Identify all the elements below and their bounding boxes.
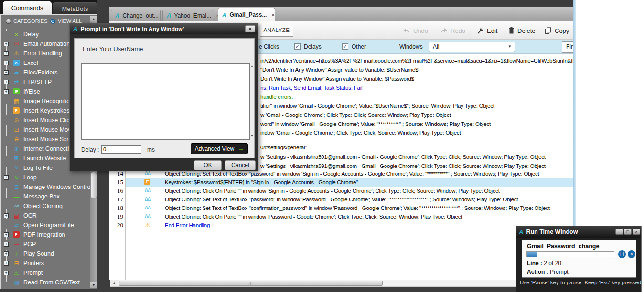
task-row-15[interactable]: 15FKeystrokes: $Password$[ENTER] in "Sig… [109, 178, 573, 187]
runtime-status-panel: Gmail_Password_change ❘❘ × Line : 2 of 2… [522, 240, 636, 278]
task-line-fragment[interactable]: ns: Run Task, Send Email, Task Status: F… [260, 85, 362, 93]
stop-button[interactable]: × [628, 250, 635, 258]
task-row-19[interactable]: 19ΔΔObject Cloning: Click On Pane "" in … [109, 212, 573, 221]
ok-button[interactable]: OK [194, 160, 222, 170]
sidebar-item-ocr[interactable]: +▤OCR [1, 211, 97, 220]
categories-label: CATEGORIES [13, 18, 47, 24]
copy-button[interactable]: Copy [545, 25, 569, 36]
delay-input[interactable] [101, 145, 141, 154]
document-tab-2[interactable]: AYahoo_Emai...× [162, 10, 213, 21]
sidebar-item-loop[interactable]: +↻Loop [1, 173, 97, 182]
mouse-scroll-icon: ⊖ [12, 135, 21, 144]
task-line-fragment[interactable]: tifier" in window 'Gmail - Google Chrome… [260, 103, 494, 111]
expand-plus-icon[interactable]: + [4, 232, 9, 237]
edit-button[interactable]: Edit [477, 25, 497, 36]
other-checkbox[interactable]: ✓ [342, 43, 348, 50]
sidebar-item-label: OCR [23, 212, 37, 219]
automation-anywhere-logo-icon: A [73, 25, 77, 32]
sidebar-item-pgp[interactable]: +⊸PGP [1, 240, 97, 249]
redo-label: Redo [451, 27, 465, 34]
scrollbar-thumb[interactable] [90, 172, 97, 198]
expand-plus-icon[interactable]: + [4, 80, 9, 84]
delete-label: Delete [517, 27, 536, 34]
task-row-18[interactable]: 18ΔΔObject Cloning: Set Text of TextBox … [109, 204, 573, 212]
sidebar-item-play-sound[interactable]: +♪Play Sound [1, 249, 97, 259]
expand-plus-icon[interactable]: + [4, 89, 9, 94]
redo-icon [440, 28, 448, 34]
expand-plus-icon[interactable]: + [4, 70, 9, 75]
launch-website-icon: ⊞ [12, 154, 21, 163]
sidebar-item-label: Delay [23, 31, 39, 38]
categories-radio[interactable]: CATEGORIES [6, 18, 47, 24]
expand-plus-icon[interactable]: + [4, 61, 9, 65]
sidebar-item-label: Play Sound [23, 250, 54, 257]
task-line-fragment[interactable]: handle errors. [260, 94, 293, 102]
task-line-fragment[interactable]: w 'Gmail - Google Chrome'; Click Type: C… [260, 112, 451, 120]
task-line-fragment[interactable]: in/v2/identifier?continue=https%3A%2F%2F… [260, 58, 573, 65]
sidebar-item-pdf-integration[interactable]: +PPDF Integration [1, 230, 97, 240]
undo-label: Undo [413, 27, 428, 34]
expand-plus-icon[interactable]: + [4, 261, 9, 266]
minimize-icon[interactable]: – [615, 229, 623, 235]
error-handling-icon: ⚠ [143, 221, 152, 229]
task-row-17[interactable]: 17ΔΔObject Cloning: Set Text of TextBox … [109, 195, 573, 204]
expand-plus-icon[interactable]: + [4, 42, 9, 46]
task-line-fragment[interactable]: Don't Write In Any Window" Assign value … [260, 76, 414, 83]
scroll-up-icon[interactable]: ▲ [250, 64, 255, 68]
sidebar-item-open-program-file[interactable]: ▱Open Program/File [1, 220, 97, 230]
dialog-close-icon[interactable]: × [245, 25, 255, 32]
sidebar-item-read-from-csv-text[interactable]: ▦Read From CSV/Text [1, 278, 97, 287]
expand-plus-icon[interactable]: + [4, 271, 9, 275]
cancel-button[interactable]: Cancel [225, 160, 256, 170]
delays-checkbox[interactable]: ✓ [294, 43, 301, 50]
task-line-fragment[interactable]: indow 'Gmail - Google Chrome'; Click Typ… [260, 130, 461, 137]
sidebar-item-label: Prompt [23, 270, 43, 276]
sidebar-item-message-box[interactable]: ▬Message Box [1, 192, 97, 201]
close-icon[interactable]: × [633, 229, 640, 235]
task-row-20[interactable]: 20⚠End Error Handling [109, 221, 573, 229]
scroll-down-icon[interactable]: ▼ [90, 282, 97, 289]
hscrollbar-thumb[interactable]: ||| [119, 281, 383, 286]
expand-plus-icon[interactable]: + [4, 251, 9, 256]
delete-button[interactable]: Delete [508, 25, 536, 36]
document-tab-3[interactable]: AGmail_Pass...× [218, 8, 275, 21]
scroll-up-icon[interactable]: ▲ [90, 15, 97, 22]
redo-button[interactable]: Redo [440, 25, 465, 36]
expand-plus-icon[interactable]: + [4, 242, 9, 247]
sidebar-item-prompt[interactable]: +⚠Prompt [1, 268, 97, 278]
sidebar-item-label: Error Handling [23, 50, 62, 57]
pause-button[interactable]: ❘❘ [618, 250, 626, 258]
task-line-fragment[interactable]: 0/#settings/general" [260, 145, 307, 152]
task-line-fragment[interactable]: w 'Settings - vikasmishra591@gmail.com -… [260, 154, 546, 162]
analyze-button[interactable]: ANALYZE [260, 24, 293, 37]
sidebar-item-label: Printers [23, 260, 44, 267]
username-input[interactable] [81, 63, 250, 140]
task-row-16[interactable]: 16ΔΔObject Cloning: Click On Pane "" in … [109, 187, 573, 195]
sidebar-item-manage-windows-controls[interactable]: ≣Manage Windows Controls [1, 182, 97, 192]
task-line-text: Object Cloning: Set Text of TextBox "con… [165, 204, 550, 212]
undo-icon [403, 28, 410, 34]
windows-dropdown[interactable]: All ▼ [429, 42, 515, 52]
task-line-fragment[interactable]: "Don't Write In Any Window" Assign value… [260, 67, 418, 74]
expand-plus-icon[interactable]: + [4, 213, 9, 218]
horizontal-scrollbar[interactable]: ◄ ||| [110, 280, 571, 287]
undo-button[interactable]: Undo [403, 25, 428, 36]
mouse-clicks-label-fragment: e Clicks [259, 43, 279, 50]
line-number: 19 [111, 212, 123, 221]
expand-plus-icon[interactable]: + [4, 51, 9, 56]
expand-plus-icon[interactable]: + [4, 175, 9, 180]
chevron-down-icon: ▼ [508, 42, 512, 52]
radio-icon [50, 19, 55, 24]
tab-metabots[interactable]: MetaBots [53, 2, 97, 14]
advanced-view-button[interactable]: Advanced View → [191, 143, 248, 154]
maximize-icon[interactable]: □ [624, 229, 632, 235]
sidebar-item-printers[interactable]: +⊟Printers [1, 259, 97, 268]
find-button[interactable]: Find [562, 41, 573, 53]
scroll-down-icon[interactable]: ▼ [250, 134, 255, 137]
scroll-left-icon[interactable]: ◄ [110, 280, 118, 286]
sidebar-item-object-cloning[interactable]: ΔΔObject Cloning [1, 201, 97, 211]
task-line-fragment[interactable]: word" in window 'Gmail - Google Chrome';… [260, 121, 491, 129]
document-tab-1[interactable]: AChange_out...× [111, 10, 161, 21]
tab-close-icon[interactable]: × [271, 12, 274, 18]
tab-commands[interactable]: Commands [3, 1, 52, 14]
